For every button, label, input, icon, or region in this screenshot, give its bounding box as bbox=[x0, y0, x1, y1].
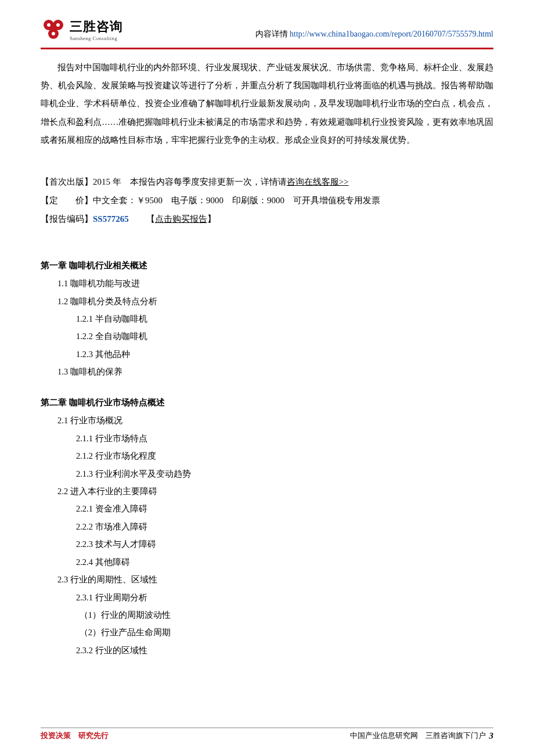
report-meta: 【首次出版】2015 年 本报告内容每季度安排更新一次，详情请咨询在线客服>> … bbox=[41, 172, 493, 229]
logo-text-cn: 三胜咨询 bbox=[70, 18, 123, 35]
toc-item: 1.3 咖啡机的保养 bbox=[41, 363, 493, 380]
footer-right-text: 中国产业信息研究网 三胜咨询旗下门户 bbox=[350, 730, 486, 741]
table-of-contents: 第一章 咖啡机行业相关概述 1.1 咖啡机功能与改进 1.2 咖啡机分类及特点分… bbox=[41, 257, 493, 660]
svg-point-4 bbox=[56, 23, 60, 27]
sansheng-logo-icon bbox=[41, 17, 66, 42]
toc-item: 2.2.4 其他障碍 bbox=[41, 553, 493, 571]
report-code-value: SS577265 bbox=[93, 214, 129, 224]
header-url-block: 内容详情 http://www.china1baogao.com/report/… bbox=[255, 29, 493, 39]
meta-price: 【定 价】中文全套：￥9500 电子版：9000 印刷版：9000 可开具增值税… bbox=[41, 191, 493, 210]
price-label-close: 价】 bbox=[75, 196, 93, 205]
header-divider bbox=[41, 48, 493, 49]
first-pub-label: 【首次出版】 bbox=[41, 177, 93, 186]
code-label: 【报告编码】 bbox=[41, 214, 93, 224]
consult-online-link[interactable]: 咨询在线客服>> bbox=[287, 177, 349, 186]
meta-code: 【报告编码】SS577265 【点击购买报告】 bbox=[41, 210, 493, 228]
toc-item: 1.2.1 半自动咖啡机 bbox=[41, 310, 493, 327]
meta-first-publish: 【首次出版】2015 年 本报告内容每季度安排更新一次，详情请咨询在线客服>> bbox=[41, 172, 493, 191]
price-value: 中文全套：￥9500 电子版：9000 印刷版：9000 可开具增值税专用发票 bbox=[93, 196, 380, 205]
footer-left-text: 投资决策 研究先行 bbox=[41, 730, 109, 741]
toc-item: 2.1.2 行业市场化程度 bbox=[41, 447, 493, 465]
logo-text-en: Sansheng Consulting bbox=[70, 35, 123, 41]
toc-item: （1）行业的周期波动性 bbox=[41, 606, 493, 624]
toc-item: 2.3.2 行业的区域性 bbox=[41, 642, 493, 659]
header-url-prefix: 内容详情 bbox=[255, 30, 288, 38]
logo: 三胜咨询 Sansheng Consulting bbox=[41, 17, 123, 42]
chapter-2-title: 第二章 咖啡机行业市场特点概述 bbox=[41, 394, 493, 412]
toc-item: 2.2.1 资金准入障碍 bbox=[41, 500, 493, 517]
buy-report-link[interactable]: 点击购买报告 bbox=[155, 214, 207, 224]
first-pub-note: 本报告内容每季度安排更新一次，详情请 bbox=[130, 177, 287, 186]
header-url-link[interactable]: http://www.china1baogao.com/report/20160… bbox=[290, 30, 493, 38]
chapter-1-title: 第一章 咖啡机行业相关概述 bbox=[41, 257, 493, 275]
svg-point-5 bbox=[52, 32, 55, 35]
toc-item: 2.1.1 行业市场特点 bbox=[41, 430, 493, 447]
toc-item: 2.1.3 行业利润水平及变动趋势 bbox=[41, 465, 493, 483]
toc-item: 2.2 进入本行业的主要障碍 bbox=[41, 483, 493, 500]
buy-bracket-close: 】 bbox=[207, 214, 216, 224]
toc-item: 1.2.3 其他品种 bbox=[41, 345, 493, 363]
toc-item: 2.1 行业市场概况 bbox=[41, 412, 493, 429]
first-pub-value: 2015 年 bbox=[93, 177, 121, 186]
toc-item: 1.2 咖啡机分类及特点分析 bbox=[41, 293, 493, 310]
toc-item: 2.2.3 技术与人才障碍 bbox=[41, 535, 493, 553]
toc-item: 2.3.1 行业周期分析 bbox=[41, 589, 493, 606]
page-number: 3 bbox=[489, 731, 494, 741]
toc-item: 2.3 行业的周期性、区域性 bbox=[41, 571, 493, 588]
toc-item: 1.1 咖啡机功能与改进 bbox=[41, 275, 493, 292]
intro-paragraph: 报告对中国咖啡机行业的内外部环境、行业发展现状、产业链发展状况、市场供需、竞争格… bbox=[41, 59, 493, 149]
svg-point-3 bbox=[47, 23, 50, 27]
buy-bracket-open: 【 bbox=[146, 214, 155, 224]
page-footer: 投资决策 研究先行 中国产业信息研究网 三胜咨询旗下门户 3 bbox=[41, 728, 493, 741]
price-label-open: 【定 bbox=[41, 196, 58, 205]
page-header: 三胜咨询 Sansheng Consulting 内容详情 http://www… bbox=[41, 17, 493, 45]
toc-item: 2.2.2 市场准入障碍 bbox=[41, 518, 493, 535]
toc-item: 1.2.2 全自动咖啡机 bbox=[41, 327, 493, 345]
toc-item: （2）行业产品生命周期 bbox=[41, 624, 493, 641]
